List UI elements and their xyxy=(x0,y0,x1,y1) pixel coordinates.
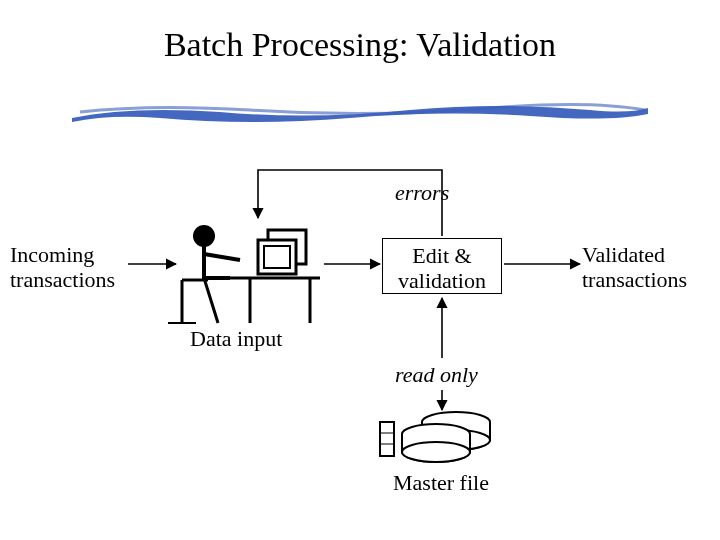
person-at-terminal-icon xyxy=(160,218,330,328)
edit-validation-box: Edit & validation xyxy=(382,238,502,294)
errors-label: errors xyxy=(395,180,449,205)
read-only-label: read only xyxy=(395,362,478,387)
incoming-transactions-label: Incoming transactions xyxy=(10,242,140,293)
svg-point-13 xyxy=(402,442,470,462)
database-icon xyxy=(378,406,498,464)
slide-title: Batch Processing: Validation xyxy=(0,26,720,64)
validated-transactions-label: Validated transactions xyxy=(582,242,712,293)
data-input-label: Data input xyxy=(190,326,282,351)
svg-rect-14 xyxy=(380,422,394,456)
svg-rect-9 xyxy=(264,246,290,268)
master-file-label: Master file xyxy=(393,470,489,495)
brush-stroke-icon xyxy=(70,100,650,128)
svg-point-3 xyxy=(193,225,215,247)
